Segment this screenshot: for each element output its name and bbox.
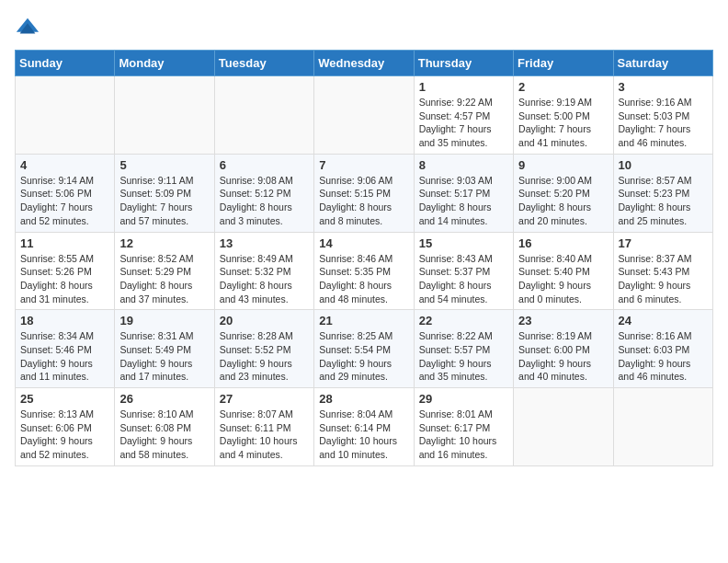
calendar-day-cell: 23Sunrise: 8:19 AM Sunset: 6:00 PM Dayli… [514, 310, 613, 388]
day-info: Sunrise: 9:03 AM Sunset: 5:17 PM Dayligh… [419, 174, 508, 228]
day-number: 22 [419, 314, 508, 327]
calendar-day-cell: 18Sunrise: 8:34 AM Sunset: 5:46 PM Dayli… [16, 310, 115, 388]
calendar-day-cell [314, 76, 414, 155]
day-info: Sunrise: 8:34 AM Sunset: 5:46 PM Dayligh… [20, 329, 109, 384]
weekday-header: Thursday [414, 51, 513, 76]
day-info: Sunrise: 8:13 AM Sunset: 6:06 PM Dayligh… [20, 408, 109, 462]
weekday-header: Sunday [16, 51, 115, 76]
logo-icon [15, 15, 40, 40]
day-number: 10 [619, 158, 708, 172]
day-number: 17 [619, 236, 708, 250]
calendar: SundayMondayTuesdayWednesdayThursdayFrid… [15, 50, 713, 466]
calendar-day-cell: 14Sunrise: 8:46 AM Sunset: 5:35 PM Dayli… [314, 232, 414, 310]
day-info: Sunrise: 8:22 AM Sunset: 5:57 PM Dayligh… [419, 329, 508, 384]
calendar-day-cell: 11Sunrise: 8:55 AM Sunset: 5:26 PM Dayli… [16, 232, 115, 310]
day-number: 29 [419, 392, 508, 406]
day-info: Sunrise: 8:55 AM Sunset: 5:26 PM Dayligh… [20, 252, 109, 306]
day-number: 6 [220, 158, 309, 172]
day-number: 1 [419, 80, 508, 94]
day-number: 11 [20, 236, 109, 250]
day-info: Sunrise: 8:07 AM Sunset: 6:11 PM Dayligh… [220, 408, 309, 462]
weekday-header: Monday [115, 51, 214, 76]
weekday-row: SundayMondayTuesdayWednesdayThursdayFrid… [16, 51, 713, 76]
calendar-day-cell: 29Sunrise: 8:01 AM Sunset: 6:17 PM Dayli… [414, 388, 513, 466]
calendar-day-cell: 10Sunrise: 8:57 AM Sunset: 5:23 PM Dayli… [613, 154, 712, 232]
calendar-day-cell: 9Sunrise: 9:00 AM Sunset: 5:20 PM Daylig… [514, 154, 613, 232]
calendar-day-cell: 4Sunrise: 9:14 AM Sunset: 5:06 PM Daylig… [16, 154, 115, 232]
calendar-day-cell: 19Sunrise: 8:31 AM Sunset: 5:49 PM Dayli… [115, 310, 214, 388]
calendar-day-cell: 5Sunrise: 9:11 AM Sunset: 5:09 PM Daylig… [115, 154, 214, 232]
calendar-day-cell: 1Sunrise: 9:22 AM Sunset: 4:57 PM Daylig… [414, 76, 513, 155]
day-info: Sunrise: 8:40 AM Sunset: 5:40 PM Dayligh… [518, 252, 608, 306]
day-number: 27 [220, 392, 309, 406]
day-number: 9 [518, 158, 608, 172]
calendar-week-row: 11Sunrise: 8:55 AM Sunset: 5:26 PM Dayli… [16, 232, 713, 310]
day-number: 15 [419, 236, 508, 250]
calendar-day-cell: 22Sunrise: 8:22 AM Sunset: 5:57 PM Dayli… [414, 310, 513, 388]
day-number: 23 [518, 314, 608, 327]
day-info: Sunrise: 9:08 AM Sunset: 5:12 PM Dayligh… [220, 174, 309, 228]
day-number: 21 [319, 314, 408, 327]
calendar-header: SundayMondayTuesdayWednesdayThursdayFrid… [16, 51, 713, 76]
day-info: Sunrise: 8:31 AM Sunset: 5:49 PM Dayligh… [119, 329, 209, 384]
calendar-day-cell [115, 76, 214, 155]
calendar-day-cell: 16Sunrise: 8:40 AM Sunset: 5:40 PM Dayli… [514, 232, 613, 310]
calendar-day-cell: 28Sunrise: 8:04 AM Sunset: 6:14 PM Dayli… [314, 388, 414, 466]
calendar-day-cell [16, 76, 115, 155]
calendar-week-row: 25Sunrise: 8:13 AM Sunset: 6:06 PM Dayli… [16, 388, 713, 466]
day-info: Sunrise: 9:00 AM Sunset: 5:20 PM Dayligh… [518, 174, 608, 228]
calendar-day-cell: 26Sunrise: 8:10 AM Sunset: 6:08 PM Dayli… [115, 388, 214, 466]
weekday-header: Tuesday [214, 51, 313, 76]
calendar-day-cell [514, 388, 613, 466]
calendar-day-cell: 17Sunrise: 8:37 AM Sunset: 5:43 PM Dayli… [613, 232, 712, 310]
day-number: 7 [319, 158, 408, 172]
calendar-day-cell [613, 388, 712, 466]
day-info: Sunrise: 9:22 AM Sunset: 4:57 PM Dayligh… [419, 96, 508, 150]
weekday-header: Friday [514, 51, 613, 76]
day-number: 4 [20, 158, 109, 172]
calendar-day-cell: 7Sunrise: 9:06 AM Sunset: 5:15 PM Daylig… [314, 154, 414, 232]
day-info: Sunrise: 9:11 AM Sunset: 5:09 PM Dayligh… [119, 174, 209, 228]
day-number: 8 [419, 158, 508, 172]
day-info: Sunrise: 8:01 AM Sunset: 6:17 PM Dayligh… [419, 408, 508, 462]
day-number: 13 [220, 236, 309, 250]
calendar-week-row: 18Sunrise: 8:34 AM Sunset: 5:46 PM Dayli… [16, 310, 713, 388]
calendar-day-cell [214, 76, 313, 155]
calendar-day-cell: 27Sunrise: 8:07 AM Sunset: 6:11 PM Dayli… [214, 388, 313, 466]
day-info: Sunrise: 8:46 AM Sunset: 5:35 PM Dayligh… [319, 252, 408, 306]
day-number: 16 [518, 236, 608, 250]
day-number: 25 [20, 392, 109, 406]
calendar-day-cell: 13Sunrise: 8:49 AM Sunset: 5:32 PM Dayli… [214, 232, 313, 310]
day-number: 2 [518, 80, 608, 94]
weekday-header: Wednesday [314, 51, 414, 76]
day-number: 18 [20, 314, 109, 327]
day-info: Sunrise: 9:16 AM Sunset: 5:03 PM Dayligh… [619, 96, 708, 150]
day-info: Sunrise: 8:25 AM Sunset: 5:54 PM Dayligh… [319, 329, 408, 384]
day-info: Sunrise: 9:14 AM Sunset: 5:06 PM Dayligh… [20, 174, 109, 228]
day-number: 20 [220, 314, 309, 327]
calendar-day-cell: 2Sunrise: 9:19 AM Sunset: 5:00 PM Daylig… [514, 76, 613, 155]
day-info: Sunrise: 8:10 AM Sunset: 6:08 PM Dayligh… [119, 408, 209, 462]
day-number: 3 [619, 80, 708, 94]
day-info: Sunrise: 8:28 AM Sunset: 5:52 PM Dayligh… [220, 329, 309, 384]
calendar-day-cell: 25Sunrise: 8:13 AM Sunset: 6:06 PM Dayli… [16, 388, 115, 466]
calendar-body: 1Sunrise: 9:22 AM Sunset: 4:57 PM Daylig… [16, 76, 713, 466]
calendar-day-cell: 20Sunrise: 8:28 AM Sunset: 5:52 PM Dayli… [214, 310, 313, 388]
day-number: 28 [319, 392, 408, 406]
day-number: 12 [119, 236, 209, 250]
calendar-day-cell: 15Sunrise: 8:43 AM Sunset: 5:37 PM Dayli… [414, 232, 513, 310]
day-info: Sunrise: 9:06 AM Sunset: 5:15 PM Dayligh… [319, 174, 408, 228]
page-header [15, 15, 713, 40]
day-info: Sunrise: 8:43 AM Sunset: 5:37 PM Dayligh… [419, 252, 508, 306]
day-number: 5 [119, 158, 209, 172]
calendar-day-cell: 24Sunrise: 8:16 AM Sunset: 6:03 PM Dayli… [613, 310, 712, 388]
day-number: 26 [119, 392, 209, 406]
day-info: Sunrise: 8:04 AM Sunset: 6:14 PM Dayligh… [319, 408, 408, 462]
day-number: 14 [319, 236, 408, 250]
day-info: Sunrise: 8:37 AM Sunset: 5:43 PM Dayligh… [619, 252, 708, 306]
day-info: Sunrise: 8:57 AM Sunset: 5:23 PM Dayligh… [619, 174, 708, 228]
calendar-week-row: 1Sunrise: 9:22 AM Sunset: 4:57 PM Daylig… [16, 76, 713, 155]
weekday-header: Saturday [613, 51, 712, 76]
calendar-week-row: 4Sunrise: 9:14 AM Sunset: 5:06 PM Daylig… [16, 154, 713, 232]
day-info: Sunrise: 8:16 AM Sunset: 6:03 PM Dayligh… [619, 329, 708, 384]
